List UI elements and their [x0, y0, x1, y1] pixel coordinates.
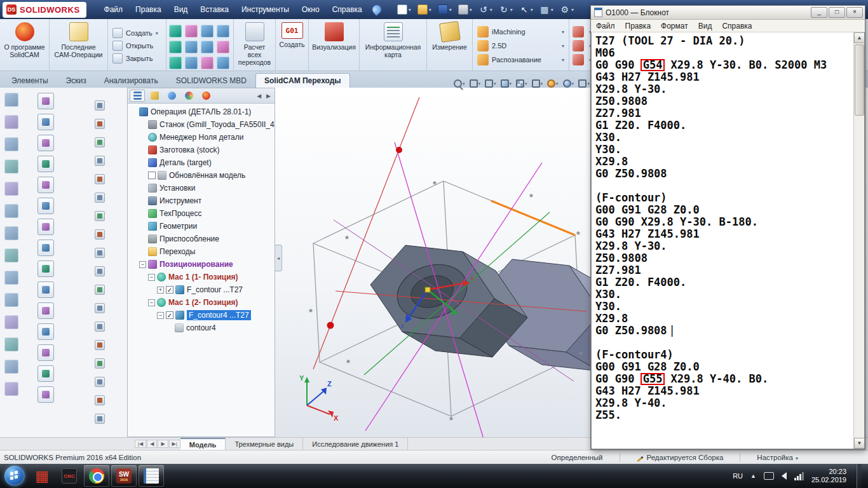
panel-scroll-right-icon[interactable]: ▶ [264, 92, 273, 100]
synchronize-icon[interactable] [95, 285, 105, 295]
solidcam-home-icon[interactable] [95, 100, 105, 111]
tree-checkbox[interactable] [148, 172, 156, 179]
tree-item[interactable]: −✓F_contour4 ...T27 [128, 309, 275, 322]
chamfer-milling-icon[interactable] [217, 41, 229, 53]
trim-entities-icon[interactable] [37, 323, 54, 340]
display-style-button[interactable]: ▾ [531, 78, 545, 89]
machining-process-icon[interactable] [95, 193, 105, 203]
new-document-button[interactable]: ▾ [395, 3, 413, 16]
profile-milling-icon[interactable] [185, 25, 198, 37]
file-operation-button[interactable]: Закрыть ▾ [111, 52, 163, 65]
tree-item[interactable]: −Mac 1 (2- Позиция) [128, 296, 275, 309]
tree-expander-icon[interactable]: − [148, 299, 155, 306]
calculate-operation-icon[interactable] [95, 229, 105, 240]
cam-mode-button[interactable]: iMachining ▾ [475, 25, 566, 39]
redo-button[interactable]: ▾ [497, 3, 515, 16]
battery-icon[interactable] [764, 472, 774, 480]
network-icon[interactable] [794, 472, 804, 480]
menu-item[interactable]: Справка [326, 3, 369, 17]
panel-splitter-handle[interactable]: ◂ [275, 245, 282, 271]
tree-expander-icon[interactable]: + [157, 287, 164, 294]
tree-item[interactable]: Приспособление [128, 233, 275, 245]
circle-icon[interactable] [37, 177, 54, 193]
save-button[interactable]: ▾ [436, 3, 454, 16]
slot-milling-icon[interactable] [169, 41, 182, 53]
smart-fasteners-icon[interactable] [4, 182, 18, 196]
open-document-button[interactable]: ▾ [416, 3, 433, 16]
rectangle-icon[interactable] [37, 219, 54, 235]
property-manager-tab[interactable] [147, 90, 162, 102]
scroll-up-icon[interactable]: ▲ [854, 32, 865, 43]
view-orientation-button[interactable]: ▾ [515, 78, 529, 89]
stock-definition-icon[interactable] [95, 137, 105, 147]
solidcam-manager-tab[interactable] [198, 90, 214, 102]
notepad-menu-item[interactable]: Файл [591, 20, 620, 32]
notepad-titlebar[interactable]: O1000 — Блокнот _ □ × [591, 6, 865, 20]
show-desktop-button[interactable] [857, 464, 862, 488]
face-milling-icon[interactable] [169, 25, 182, 37]
options-icon[interactable] [95, 377, 105, 387]
tree-item[interactable]: −Mac 1 (1- Позиция) [128, 271, 275, 283]
command-tab[interactable]: SOLIDWORKS MBD [167, 73, 255, 88]
about-solidcam-button[interactable]: О программе SolidCAM [3, 22, 46, 69]
select-pointer-button[interactable]: ▾ [517, 3, 535, 16]
tree-expander-icon[interactable]: − [139, 261, 146, 268]
notepad-menu-item[interactable]: Правка [620, 20, 656, 32]
display-grid-button[interactable]: ▾ [538, 3, 555, 16]
edit-appearance-button[interactable]: ▾ [562, 78, 576, 89]
tree-item[interactable]: −Позиционирование [128, 258, 275, 271]
close-button[interactable]: × [846, 7, 863, 18]
menu-item[interactable]: Вид [168, 3, 194, 17]
recent-cam-operations-button[interactable]: Последние CAM-Операции [52, 22, 105, 69]
scrollbar-thumb[interactable] [855, 44, 864, 116]
hss-button[interactable]: ▾ [572, 39, 592, 53]
tree-checkbox[interactable]: ✓ [166, 286, 173, 294]
ellipse-icon[interactable] [37, 281, 54, 298]
command-tab[interactable]: SolidCAM Переходы [255, 73, 350, 88]
tree-item[interactable]: Переходы [128, 245, 275, 258]
reference-geometry-icon[interactable] [4, 271, 18, 285]
tree-item[interactable]: Деталь (target) [128, 156, 275, 169]
templates-icon[interactable] [95, 322, 105, 332]
report-icon[interactable] [95, 340, 105, 350]
measure-button[interactable]: Измерение [430, 22, 470, 69]
view-settings-button[interactable]: ▾ [577, 78, 591, 89]
cad-grid-taskbar-button[interactable] [29, 465, 55, 487]
tree-item[interactable]: Инструмент [128, 194, 275, 207]
thread-milling-icon[interactable] [201, 41, 214, 53]
tree-item[interactable]: ТехПроцесс [128, 207, 275, 220]
notepad-menu-item[interactable]: Справка [717, 20, 757, 32]
hidden-icons-icon[interactable]: ▲ [750, 473, 756, 479]
tree-item[interactable]: Станок (Gmill_Toyoda_FA550II_4x_eva [128, 118, 275, 131]
bill-of-materials-icon[interactable] [4, 293, 18, 307]
tree-item[interactable]: Менеджер Ноля детали [128, 131, 275, 144]
tree-item[interactable]: Операция (ДЕТАЛЬ 28.01-1) [128, 105, 275, 118]
pocket-milling-icon[interactable] [201, 25, 214, 37]
print-button[interactable]: ▾ [456, 3, 474, 16]
offset-entities-icon[interactable] [37, 365, 54, 382]
move-component-icon[interactable] [4, 204, 18, 218]
tree-item[interactable]: +✓F_contour ...T27 [128, 283, 275, 296]
target-model-icon[interactable] [95, 156, 105, 166]
tree-expander-icon[interactable]: − [157, 312, 164, 319]
tool-table-icon[interactable] [95, 174, 105, 184]
document-tab[interactable]: Модель [180, 438, 226, 450]
hide-show-items-button[interactable]: ▾ [546, 78, 560, 89]
geometry-edit-icon[interactable] [95, 211, 105, 221]
display-manager-tab[interactable] [181, 90, 196, 102]
file-operation-button[interactable]: Открыть ▾ [111, 39, 163, 52]
tree-expander-icon[interactable]: − [148, 274, 155, 281]
update-assembly-icon[interactable] [4, 360, 18, 374]
last-tab-icon[interactable]: ▶| [169, 440, 180, 448]
feature-manager-tab[interactable] [130, 90, 145, 102]
close-panel-icon[interactable] [95, 414, 105, 424]
sketch-fillet-icon[interactable] [37, 302, 54, 319]
sim-5-axis-button[interactable]: ▾ [572, 53, 592, 67]
calculate-all-operations-button[interactable]: Расчет всех переходов [236, 22, 273, 69]
help-icon[interactable] [95, 395, 105, 405]
arc-icon[interactable] [37, 198, 54, 214]
solidworks-taskbar-button[interactable] [111, 465, 137, 487]
previous-view-button[interactable]: ▾ [484, 78, 498, 89]
instant-3d-icon[interactable] [4, 337, 18, 351]
first-tab-icon[interactable]: |◀ [135, 440, 146, 448]
